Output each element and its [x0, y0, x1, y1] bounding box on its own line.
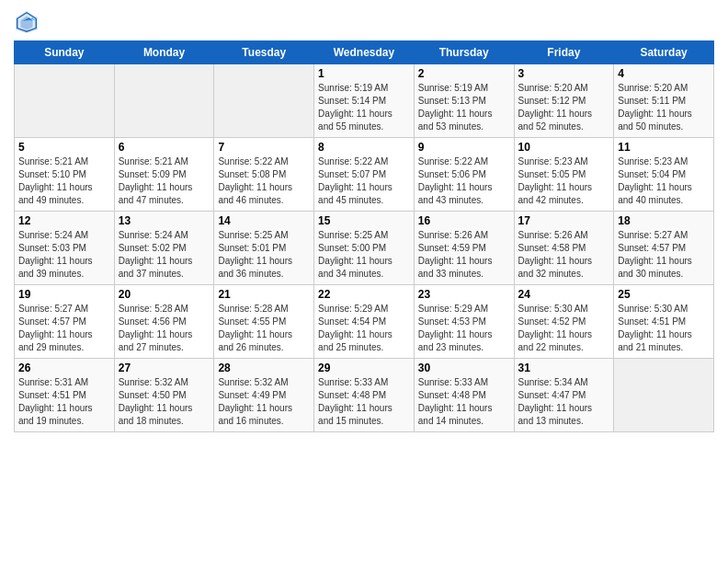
week-row-4: 19Sunrise: 5:27 AM Sunset: 4:57 PM Dayli… — [15, 285, 714, 359]
days-header-row: SundayMondayTuesdayWednesdayThursdayFrid… — [15, 41, 714, 64]
day-info: Sunrise: 5:22 AM Sunset: 5:07 PM Dayligh… — [318, 155, 410, 207]
day-cell: 19Sunrise: 5:27 AM Sunset: 4:57 PM Dayli… — [15, 285, 115, 359]
day-info: Sunrise: 5:22 AM Sunset: 5:06 PM Dayligh… — [418, 155, 510, 207]
day-info: Sunrise: 5:26 AM Sunset: 4:59 PM Dayligh… — [418, 229, 510, 281]
day-cell: 21Sunrise: 5:28 AM Sunset: 4:55 PM Dayli… — [214, 285, 314, 359]
day-cell: 10Sunrise: 5:23 AM Sunset: 5:05 PM Dayli… — [514, 138, 614, 212]
day-cell: 24Sunrise: 5:30 AM Sunset: 4:52 PM Dayli… — [514, 285, 614, 359]
day-info: Sunrise: 5:19 AM Sunset: 5:13 PM Dayligh… — [418, 82, 510, 133]
week-row-5: 26Sunrise: 5:31 AM Sunset: 4:51 PM Dayli… — [15, 359, 714, 432]
day-cell: 17Sunrise: 5:26 AM Sunset: 4:58 PM Dayli… — [514, 212, 614, 285]
day-cell: 23Sunrise: 5:29 AM Sunset: 4:53 PM Dayli… — [414, 285, 514, 359]
day-number: 19 — [18, 288, 110, 301]
day-info: Sunrise: 5:29 AM Sunset: 4:53 PM Dayligh… — [418, 303, 510, 354]
day-number: 13 — [119, 214, 210, 227]
day-number: 3 — [518, 67, 610, 80]
day-info: Sunrise: 5:26 AM Sunset: 4:58 PM Dayligh… — [518, 229, 610, 281]
day-info: Sunrise: 5:20 AM Sunset: 5:12 PM Dayligh… — [518, 82, 610, 133]
day-cell: 5Sunrise: 5:21 AM Sunset: 5:10 PM Daylig… — [15, 138, 115, 212]
day-number: 8 — [318, 141, 410, 154]
day-number: 7 — [218, 141, 310, 154]
day-info: Sunrise: 5:28 AM Sunset: 4:55 PM Dayligh… — [218, 303, 310, 354]
day-number: 26 — [18, 362, 110, 374]
day-number: 29 — [318, 362, 410, 374]
day-cell: 25Sunrise: 5:30 AM Sunset: 4:51 PM Dayli… — [614, 285, 714, 359]
day-info: Sunrise: 5:27 AM Sunset: 4:57 PM Dayligh… — [18, 303, 110, 354]
day-cell: 2Sunrise: 5:19 AM Sunset: 5:13 PM Daylig… — [414, 64, 514, 138]
day-number: 28 — [218, 362, 310, 374]
day-number: 4 — [618, 67, 710, 80]
day-cell: 12Sunrise: 5:24 AM Sunset: 5:03 PM Dayli… — [15, 212, 115, 285]
day-info: Sunrise: 5:31 AM Sunset: 4:51 PM Dayligh… — [18, 376, 110, 428]
day-cell: 9Sunrise: 5:22 AM Sunset: 5:06 PM Daylig… — [414, 138, 514, 212]
day-number: 9 — [418, 141, 510, 154]
day-cell: 20Sunrise: 5:28 AM Sunset: 4:56 PM Dayli… — [114, 285, 214, 359]
day-cell: 14Sunrise: 5:25 AM Sunset: 5:01 PM Dayli… — [214, 212, 314, 285]
day-info: Sunrise: 5:33 AM Sunset: 4:48 PM Dayligh… — [418, 376, 510, 428]
day-info: Sunrise: 5:24 AM Sunset: 5:03 PM Dayligh… — [18, 229, 110, 281]
day-info: Sunrise: 5:22 AM Sunset: 5:08 PM Dayligh… — [218, 155, 310, 207]
day-number: 12 — [18, 214, 110, 227]
day-number: 27 — [119, 362, 210, 374]
day-number: 5 — [18, 141, 110, 154]
day-info: Sunrise: 5:30 AM Sunset: 4:51 PM Dayligh… — [618, 303, 710, 354]
day-cell: 31Sunrise: 5:34 AM Sunset: 4:47 PM Dayli… — [514, 359, 614, 432]
day-cell: 26Sunrise: 5:31 AM Sunset: 4:51 PM Dayli… — [15, 359, 115, 432]
logo-icon — [14, 9, 40, 35]
day-cell: 18Sunrise: 5:27 AM Sunset: 4:57 PM Dayli… — [614, 212, 714, 285]
week-row-2: 5Sunrise: 5:21 AM Sunset: 5:10 PM Daylig… — [15, 138, 714, 212]
day-info: Sunrise: 5:23 AM Sunset: 5:04 PM Dayligh… — [618, 155, 710, 207]
day-header-sunday: Sunday — [15, 41, 115, 64]
day-header-friday: Friday — [514, 41, 614, 64]
day-number: 10 — [518, 141, 610, 154]
day-cell: 29Sunrise: 5:33 AM Sunset: 4:48 PM Dayli… — [314, 359, 415, 432]
day-cell: 1Sunrise: 5:19 AM Sunset: 5:14 PM Daylig… — [314, 64, 415, 138]
day-number: 1 — [318, 67, 410, 80]
day-number: 31 — [518, 362, 610, 374]
day-header-monday: Monday — [114, 41, 214, 64]
day-info: Sunrise: 5:21 AM Sunset: 5:09 PM Dayligh… — [119, 155, 210, 207]
day-number: 30 — [418, 362, 510, 374]
week-row-1: 1Sunrise: 5:19 AM Sunset: 5:14 PM Daylig… — [15, 64, 714, 138]
day-number: 23 — [418, 288, 510, 301]
day-number: 16 — [418, 214, 510, 227]
day-info: Sunrise: 5:30 AM Sunset: 4:52 PM Dayligh… — [518, 303, 610, 354]
day-header-tuesday: Tuesday — [214, 41, 314, 64]
logo — [14, 9, 43, 35]
day-number: 24 — [518, 288, 610, 301]
day-cell: 30Sunrise: 5:33 AM Sunset: 4:48 PM Dayli… — [414, 359, 514, 432]
day-cell — [214, 64, 314, 138]
day-number: 22 — [318, 288, 410, 301]
day-cell: 7Sunrise: 5:22 AM Sunset: 5:08 PM Daylig… — [214, 138, 314, 212]
day-number: 2 — [418, 67, 510, 80]
day-number: 15 — [318, 214, 410, 227]
day-info: Sunrise: 5:24 AM Sunset: 5:02 PM Dayligh… — [119, 229, 210, 281]
day-info: Sunrise: 5:23 AM Sunset: 5:05 PM Dayligh… — [518, 155, 610, 207]
day-header-thursday: Thursday — [414, 41, 514, 64]
calendar-header — [14, 9, 714, 35]
day-number: 14 — [218, 214, 310, 227]
day-cell: 27Sunrise: 5:32 AM Sunset: 4:50 PM Dayli… — [114, 359, 214, 432]
day-info: Sunrise: 5:29 AM Sunset: 4:54 PM Dayligh… — [318, 303, 410, 354]
week-row-3: 12Sunrise: 5:24 AM Sunset: 5:03 PM Dayli… — [15, 212, 714, 285]
day-number: 17 — [518, 214, 610, 227]
calendar-container: SundayMondayTuesdayWednesdayThursdayFrid… — [0, 0, 728, 442]
day-header-saturday: Saturday — [614, 41, 714, 64]
day-cell: 15Sunrise: 5:25 AM Sunset: 5:00 PM Dayli… — [314, 212, 415, 285]
day-cell: 13Sunrise: 5:24 AM Sunset: 5:02 PM Dayli… — [114, 212, 214, 285]
day-number: 20 — [119, 288, 210, 301]
day-info: Sunrise: 5:32 AM Sunset: 4:49 PM Dayligh… — [218, 376, 310, 428]
day-number: 6 — [119, 141, 210, 154]
day-info: Sunrise: 5:21 AM Sunset: 5:10 PM Dayligh… — [18, 155, 110, 207]
day-number: 21 — [218, 288, 310, 301]
day-info: Sunrise: 5:19 AM Sunset: 5:14 PM Dayligh… — [318, 82, 410, 133]
calendar-table: SundayMondayTuesdayWednesdayThursdayFrid… — [14, 40, 714, 432]
day-cell: 3Sunrise: 5:20 AM Sunset: 5:12 PM Daylig… — [514, 64, 614, 138]
day-number: 25 — [618, 288, 710, 301]
day-info: Sunrise: 5:25 AM Sunset: 5:00 PM Dayligh… — [318, 229, 410, 281]
day-cell: 4Sunrise: 5:20 AM Sunset: 5:11 PM Daylig… — [614, 64, 714, 138]
day-cell — [15, 64, 115, 138]
day-cell: 16Sunrise: 5:26 AM Sunset: 4:59 PM Dayli… — [414, 212, 514, 285]
day-cell: 28Sunrise: 5:32 AM Sunset: 4:49 PM Dayli… — [214, 359, 314, 432]
day-number: 11 — [618, 141, 710, 154]
